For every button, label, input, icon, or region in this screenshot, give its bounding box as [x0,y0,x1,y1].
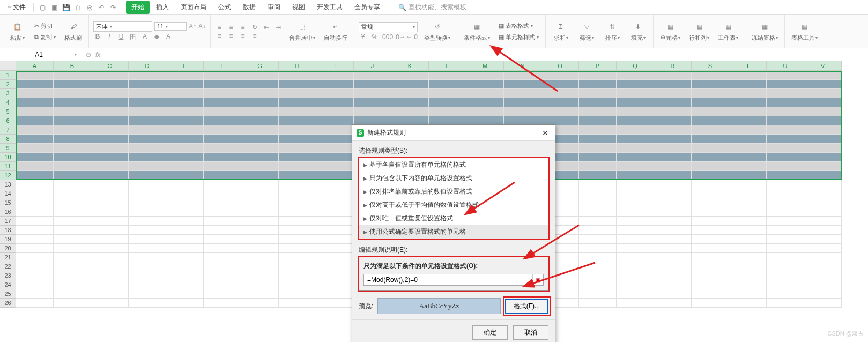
cell[interactable] [654,162,692,171]
cell[interactable] [16,171,54,180]
cell[interactable] [654,280,692,289]
cell[interactable] [241,180,279,189]
cell[interactable] [654,244,692,253]
cell[interactable] [129,299,166,308]
cell[interactable] [767,107,804,116]
cell[interactable] [279,162,316,171]
cell[interactable] [204,271,241,280]
cell[interactable] [804,153,842,162]
align-mid-icon[interactable]: ≡ [227,24,235,31]
cell[interactable] [579,235,617,244]
cell[interactable] [579,144,617,153]
cell[interactable] [729,162,767,171]
cell[interactable] [729,207,767,217]
cell[interactable] [729,80,767,89]
cell[interactable] [91,289,129,299]
cell[interactable] [204,207,241,217]
save-icon[interactable]: 💾 [62,3,70,12]
col-header-G[interactable]: G [241,61,279,71]
col-header-K[interactable]: K [391,61,429,71]
row-header[interactable]: 15 [0,198,16,207]
cell[interactable] [129,71,166,80]
cell[interactable] [204,144,241,153]
cell[interactable] [91,144,129,153]
cell[interactable] [804,207,842,217]
col-header-P[interactable]: P [579,61,617,71]
cell[interactable] [579,217,617,226]
cell[interactable] [617,180,654,189]
cell[interactable] [204,180,241,189]
justify-icon[interactable]: ≡ [250,32,259,40]
cell[interactable] [729,153,767,162]
print-icon[interactable]: ⎙ [73,3,82,12]
cell[interactable] [767,207,804,217]
cell[interactable] [129,207,166,217]
cell[interactable] [54,280,91,289]
row-header[interactable]: 2 [0,80,16,89]
tab-view[interactable]: 视图 [287,1,310,14]
rule-type-item[interactable]: ▶基于各自值设置所有单元格的格式 [359,158,548,172]
cell[interactable] [579,71,617,80]
cell[interactable] [617,253,654,262]
cell[interactable] [91,262,129,271]
cell[interactable] [279,198,316,207]
cell[interactable] [166,135,204,144]
row-header[interactable]: 20 [0,244,16,253]
name-box[interactable]: ▾ [0,51,80,58]
cell[interactable] [241,189,279,198]
cell[interactable] [16,280,54,289]
cell[interactable] [91,299,129,308]
cell[interactable] [316,271,354,280]
cell[interactable] [129,226,166,235]
cell[interactable] [316,144,354,153]
cell[interactable] [617,171,654,180]
cell[interactable] [279,80,316,89]
cell[interactable] [767,299,804,308]
cell[interactable] [129,235,166,244]
cell[interactable] [279,189,316,198]
cell[interactable] [129,198,166,207]
cell[interactable] [692,162,729,171]
cell[interactable] [316,189,354,198]
cell[interactable] [767,271,804,280]
italic-icon[interactable]: I [105,33,114,42]
cell[interactable] [617,116,654,125]
cell[interactable] [166,162,204,171]
cell[interactable] [241,98,279,107]
cell[interactable] [654,171,692,180]
cell[interactable] [804,98,842,107]
cell[interactable] [504,107,541,116]
cell[interactable] [204,280,241,289]
cell[interactable] [54,135,91,144]
cell[interactable] [204,226,241,235]
cell[interactable] [166,299,204,308]
cell[interactable] [804,80,842,89]
col-header-F[interactable]: F [204,61,241,71]
cell[interactable] [16,189,54,198]
cell[interactable] [729,98,767,107]
select-all-corner[interactable] [0,61,16,71]
cell[interactable] [129,116,166,125]
cell[interactable] [579,89,617,98]
cell[interactable] [692,280,729,289]
tab-insert[interactable]: 插入 [151,1,174,14]
cell[interactable] [692,180,729,189]
cell[interactable] [767,162,804,171]
cell[interactable] [579,226,617,235]
cell[interactable] [692,116,729,125]
cell[interactable] [241,207,279,217]
cell[interactable] [54,207,91,217]
cell[interactable] [241,116,279,125]
cell[interactable] [166,235,204,244]
row-header[interactable]: 16 [0,207,16,217]
cell[interactable] [316,180,354,189]
cell[interactable] [804,198,842,207]
row-header[interactable]: 3 [0,89,16,98]
cell[interactable] [692,198,729,207]
cell[interactable] [91,162,129,171]
cell[interactable] [241,107,279,116]
cell[interactable] [204,299,241,308]
cell[interactable] [692,80,729,89]
cell[interactable] [279,217,316,226]
cell[interactable] [692,217,729,226]
